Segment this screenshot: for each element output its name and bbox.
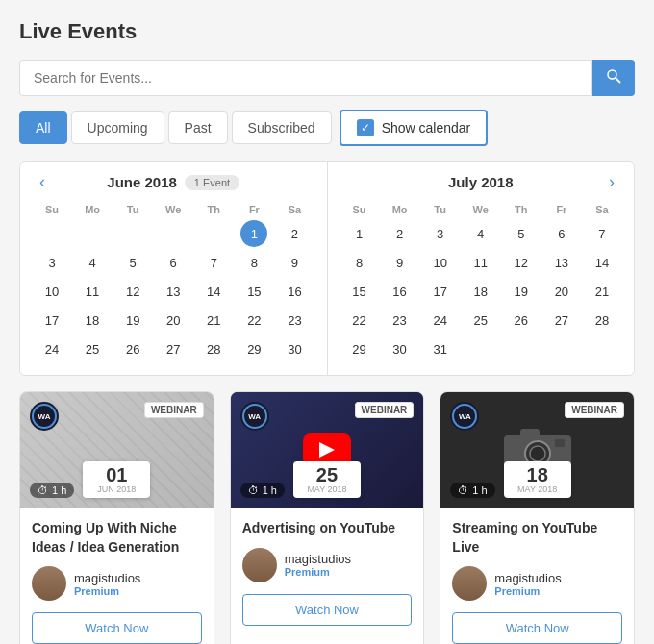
channel-logo-1: WA [30, 402, 59, 431]
cal-day-25[interactable]: 25 [79, 335, 106, 362]
filter-past[interactable]: Past [168, 111, 228, 144]
jul-day-30[interactable]: 30 [387, 335, 414, 362]
jul-day-10[interactable]: 10 [427, 249, 454, 276]
filter-upcoming[interactable]: Upcoming [71, 111, 164, 144]
date-badge-1: 01 JUN 2018 [83, 461, 150, 498]
prev-month-button[interactable]: ‹ [32, 170, 53, 194]
jul-day-25[interactable]: 25 [467, 307, 494, 334]
jul-day-20[interactable]: 20 [548, 278, 575, 305]
cal-day-30[interactable]: 30 [281, 335, 308, 362]
jul-day-28[interactable]: 28 [589, 307, 616, 334]
jul-day-12[interactable]: 12 [508, 249, 535, 276]
cal-day-8[interactable]: 8 [240, 249, 267, 276]
author-row-2: ★ magistudios Premium [242, 548, 413, 582]
jul-day-27[interactable]: 27 [548, 307, 575, 334]
jul-day-17[interactable]: 17 [427, 278, 454, 305]
cal-day-24[interactable]: 24 [38, 335, 65, 362]
jul-day-1[interactable]: 1 [346, 220, 373, 247]
channel-logo-2: WA [240, 402, 269, 431]
cal-day-empty [79, 220, 106, 247]
cal-day-4[interactable]: 4 [79, 249, 106, 276]
jul-day-19[interactable]: 19 [508, 278, 535, 305]
cal-day-7[interactable]: 7 [200, 249, 227, 276]
event-title-1: Coming Up With Niche Ideas / Idea Genera… [32, 519, 202, 557]
date-badge-2: 25 MAY 2018 [293, 461, 361, 498]
duration-text-1: 1 h [52, 484, 66, 496]
jul-day-24[interactable]: 24 [427, 307, 454, 334]
jul-day-21[interactable]: 21 [589, 278, 616, 305]
jul-day-26[interactable]: 26 [508, 307, 535, 334]
jul-day-9[interactable]: 9 [387, 249, 414, 276]
cal-day-12[interactable]: 12 [119, 278, 146, 305]
jul-day-16[interactable]: 16 [387, 278, 414, 305]
author-row-1: ★ magistudios Premium [32, 566, 202, 601]
cal-day-empty [508, 335, 535, 362]
jul-day-18[interactable]: 18 [467, 278, 494, 305]
cal-day-14[interactable]: 14 [200, 278, 227, 305]
show-calendar-button[interactable]: ✓ Show calendar [340, 110, 489, 146]
dow-su: Su [340, 200, 380, 219]
filter-all[interactable]: All [19, 111, 67, 144]
cal-day-2[interactable]: 2 [281, 220, 308, 247]
cal-day-11[interactable]: 11 [79, 278, 106, 305]
cal-day-26[interactable]: 26 [119, 335, 146, 362]
event-card-1: WA WEBINAR 01 JUN 2018 ⏱ 1 h Coming Up W… [19, 391, 214, 644]
cal-day-21[interactable]: 21 [200, 307, 227, 334]
cal-day-29[interactable]: 29 [240, 335, 267, 362]
cal-day-10[interactable]: 10 [38, 278, 65, 305]
cal-day-3[interactable]: 3 [38, 249, 65, 276]
jul-day-15[interactable]: 15 [346, 278, 373, 305]
author-avatar-2: ★ [242, 548, 277, 582]
next-month-button[interactable]: › [601, 170, 622, 194]
cal-day-20[interactable]: 20 [160, 307, 187, 334]
june-header: ‹ June 2018 1 Event [32, 174, 315, 190]
cal-day-18[interactable]: 18 [79, 307, 106, 334]
cal-day-5[interactable]: 5 [119, 249, 146, 276]
jul-day-13[interactable]: 13 [548, 249, 575, 276]
channel-icon-1: WA [32, 404, 57, 429]
jul-day-3[interactable]: 3 [427, 220, 454, 247]
jul-day-14[interactable]: 14 [589, 249, 616, 276]
jul-day-5[interactable]: 5 [508, 220, 535, 247]
svg-line-1 [616, 78, 620, 83]
cal-day-1[interactable]: 1 [240, 220, 267, 247]
search-input[interactable] [19, 60, 592, 96]
cal-day-6[interactable]: 6 [160, 249, 187, 276]
cal-day-empty [119, 220, 146, 247]
cal-day-19[interactable]: 19 [119, 307, 146, 334]
jul-day-4[interactable]: 4 [467, 220, 494, 247]
cal-day-16[interactable]: 16 [281, 278, 308, 305]
watch-now-button-1[interactable]: Watch Now [32, 612, 202, 644]
search-button[interactable] [592, 60, 635, 96]
dow-mo: Mo [380, 200, 420, 219]
cal-day-22[interactable]: 22 [240, 307, 267, 334]
jul-day-7[interactable]: 7 [589, 220, 616, 247]
jul-day-6[interactable]: 6 [548, 220, 575, 247]
watch-now-button-2[interactable]: Watch Now [242, 594, 413, 626]
cal-day-15[interactable]: 15 [240, 278, 267, 305]
author-info-3: magistudios Premium [494, 571, 622, 597]
jul-day-31[interactable]: 31 [427, 335, 454, 362]
clock-icon-3: ⏱ [458, 484, 468, 496]
watch-now-button-3[interactable]: Watch Now [452, 612, 622, 644]
jul-day-2[interactable]: 2 [387, 220, 414, 247]
cal-day-23[interactable]: 23 [281, 307, 308, 334]
jul-day-8[interactable]: 8 [346, 249, 373, 276]
event-thumb-3: WA WEBINAR 18 MAY 2018 ⏱ 1 h [440, 392, 634, 508]
jul-day-23[interactable]: 23 [387, 307, 414, 334]
jul-day-22[interactable]: 22 [346, 307, 373, 334]
cal-day-17[interactable]: 17 [38, 307, 65, 334]
cal-day-9[interactable]: 9 [281, 249, 308, 276]
dow-tu: Tu [420, 200, 461, 219]
event-body-2: Advertising on YouTube ★ magistudios Pre… [231, 508, 424, 637]
filter-subscribed[interactable]: Subscribed [232, 111, 332, 144]
jul-day-11[interactable]: 11 [467, 249, 494, 276]
author-row-3: ★ magistudios Premium [452, 566, 622, 601]
premium-star-3: ★ [480, 592, 487, 601]
cal-day-13[interactable]: 13 [160, 278, 187, 305]
duration-badge-3: ⏱ 1 h [450, 483, 494, 498]
date-month-3: MAY 2018 [516, 484, 560, 494]
jul-day-29[interactable]: 29 [346, 335, 373, 362]
cal-day-28[interactable]: 28 [200, 335, 227, 362]
cal-day-27[interactable]: 27 [160, 335, 187, 362]
